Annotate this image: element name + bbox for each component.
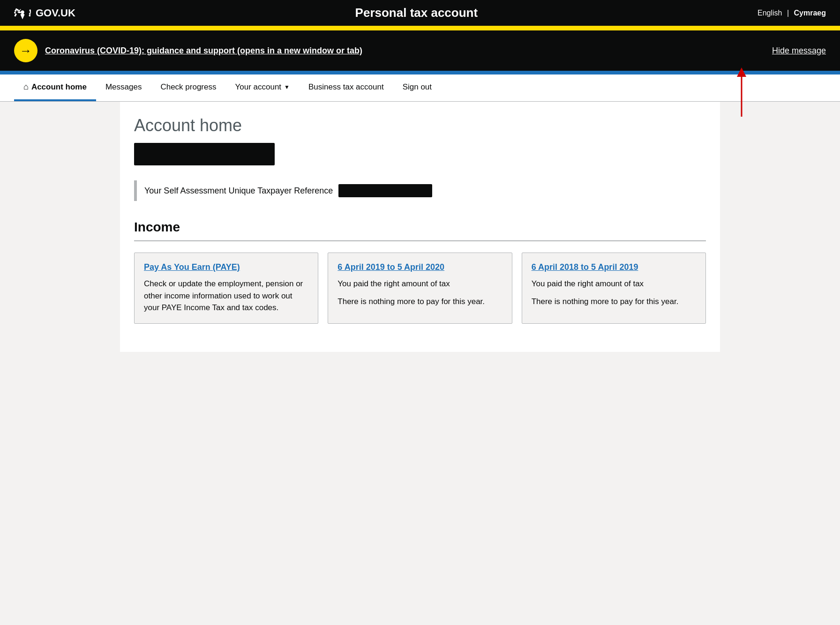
lang-english[interactable]: English: [758, 9, 782, 17]
card-2019-2020-status: You paid the right amount of tax: [338, 278, 502, 290]
nav-your-account[interactable]: Your account ▼: [225, 74, 299, 101]
nav-messages[interactable]: Messages: [96, 74, 151, 101]
nav-business-tax-label: Business tax account: [308, 82, 384, 92]
covid-icon: →: [14, 39, 38, 62]
covid-link[interactable]: Coronavirus (COVID-19): guidance and sup…: [45, 46, 765, 56]
nav-sign-out[interactable]: Sign out: [393, 74, 441, 101]
card-2018-2019-detail: There is nothing more to pay for this ye…: [532, 296, 696, 308]
card-paye-description: Check or update the employment, pension …: [144, 278, 308, 314]
yellow-bar: [0, 26, 840, 30]
redacted-name-block: [134, 143, 275, 165]
nav-account-home-label: Account home: [31, 82, 87, 92]
utr-section: Your Self Assessment Unique Taxpayer Ref…: [134, 180, 706, 201]
redacted-utr-value: [338, 184, 432, 197]
site-header: GOV.UK Personal tax account English | Cy…: [0, 0, 840, 26]
gov-logo-text: GOV.UK: [36, 7, 75, 19]
site-title: Personal tax account: [75, 6, 758, 20]
nav-account-home[interactable]: ⌂ Account home: [14, 74, 96, 101]
page-title: Account home: [134, 116, 706, 135]
nav-your-account-label: Your account: [235, 82, 281, 92]
nav-inner: ⌂ Account home Messages Check progress Y…: [0, 74, 600, 101]
nav-messages-label: Messages: [105, 82, 142, 92]
lang-welsh[interactable]: Cymraeg: [794, 9, 826, 17]
nav-wrapper: ⌂ Account home Messages Check progress Y…: [0, 74, 840, 102]
card-2019-2020-title[interactable]: 6 April 2019 to 5 April 2020: [338, 262, 502, 272]
card-paye: Pay As You Earn (PAYE) Check or update t…: [134, 253, 318, 324]
arrow-icon: →: [20, 44, 32, 58]
card-2019-2020: 6 April 2019 to 5 April 2020 You paid th…: [328, 253, 512, 324]
chevron-down-icon: ▼: [284, 84, 290, 90]
gov-logo[interactable]: GOV.UK: [14, 6, 75, 20]
main-content: Account home Your Self Assessment Unique…: [120, 102, 720, 352]
nav-sign-out-label: Sign out: [403, 82, 432, 92]
income-divider: [134, 240, 706, 241]
nav-business-tax[interactable]: Business tax account: [299, 74, 393, 101]
home-icon: ⌂: [23, 82, 29, 92]
card-2018-2019-status: You paid the right amount of tax: [532, 278, 696, 290]
card-2018-2019-text: You paid the right amount of tax There i…: [532, 278, 696, 307]
hide-message-button[interactable]: Hide message: [772, 46, 826, 56]
blue-bar: [0, 71, 840, 74]
utr-label: Your Self Assessment Unique Taxpayer Ref…: [144, 186, 333, 196]
nav-check-progress[interactable]: Check progress: [151, 74, 225, 101]
card-paye-title[interactable]: Pay As You Earn (PAYE): [144, 262, 308, 272]
card-paye-text: Check or update the employment, pension …: [144, 278, 308, 314]
card-2019-2020-detail: There is nothing more to pay for this ye…: [338, 296, 502, 308]
language-switcher: English | Cymraeg: [758, 9, 826, 17]
income-cards-row: Pay As You Earn (PAYE) Check or update t…: [134, 253, 706, 324]
income-section-title: Income: [134, 220, 706, 235]
card-2018-2019-title[interactable]: 6 April 2018 to 5 April 2019: [532, 262, 696, 272]
card-2019-2020-text: You paid the right amount of tax There i…: [338, 278, 502, 307]
nav-check-progress-label: Check progress: [160, 82, 216, 92]
lang-separator: |: [787, 9, 789, 17]
covid-banner: → Coronavirus (COVID-19): guidance and s…: [0, 30, 840, 71]
main-nav: ⌂ Account home Messages Check progress Y…: [0, 74, 840, 102]
card-2018-2019: 6 April 2018 to 5 April 2019 You paid th…: [522, 253, 706, 324]
